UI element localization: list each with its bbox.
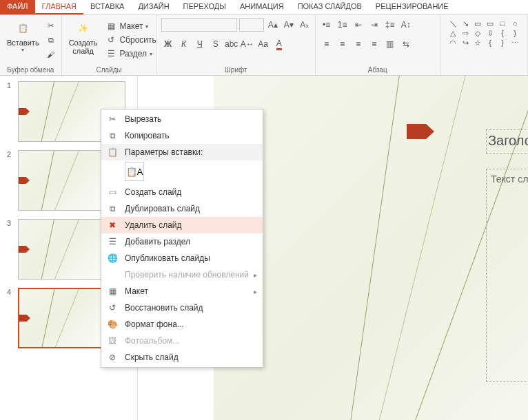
section-button[interactable]: ☰Раздел▾: [103, 47, 159, 61]
indent-dec-button[interactable]: ⇤: [352, 18, 365, 32]
shape-rect2-icon[interactable]: ▭: [485, 19, 496, 28]
spacing-button[interactable]: A↔: [241, 37, 254, 51]
align-right-button[interactable]: ≡: [352, 37, 365, 51]
indent-inc-button[interactable]: ⇥: [367, 18, 381, 32]
shape-rect-icon[interactable]: ▭: [472, 19, 483, 28]
thumb-num-1: 1: [7, 81, 14, 142]
cm-format-bg[interactable]: 🎨Формат фона...: [101, 316, 263, 333]
group-drawing-label: [445, 65, 523, 75]
shapes-gallery[interactable]: ＼ ↘ ▭ ▭ □ ○ △ ⇨ ◇ ⇩ { } ◠ ↪ ☆ { } ⋯: [445, 17, 523, 50]
new-slide-button[interactable]: ✨ Создать слайд: [66, 17, 101, 56]
shadow-button[interactable]: abc: [225, 37, 238, 51]
clipboard-icon: 📋: [12, 18, 33, 39]
numbering-button[interactable]: 1≡: [336, 18, 349, 32]
shape-more3-icon[interactable]: ⋯: [509, 39, 520, 47]
layout-button[interactable]: ▦Макет▾: [103, 19, 159, 33]
shape-arrow2-icon[interactable]: ⇨: [460, 29, 471, 37]
line-spacing-button[interactable]: ‡≡: [383, 18, 397, 32]
body-placeholder[interactable]: Текст слайда: [486, 169, 528, 382]
cm-hide-slide[interactable]: ⊘Скрыть слайд: [101, 349, 263, 366]
format-icon: 🎨: [105, 318, 119, 330]
shape-diamond-icon[interactable]: ◇: [472, 29, 483, 37]
tab-home[interactable]: ГЛАВНАЯ: [35, 0, 83, 14]
workspace: 1 2 3 4 Заголовок слайда Текст слайда: [0, 76, 528, 420]
tab-insert[interactable]: ВСТАВКА: [83, 0, 131, 14]
copy-icon: ⧉: [105, 129, 119, 142]
increase-font-button[interactable]: A▴: [266, 18, 280, 32]
title-placeholder[interactable]: Заголовок слайда: [486, 129, 528, 154]
case-button[interactable]: Aa: [256, 37, 270, 51]
paste-keep-text-button[interactable]: 📋A: [125, 162, 144, 181]
tab-bar: ФАЙЛ ГЛАВНАЯ ВСТАВКА ДИЗАЙН ПЕРЕХОДЫ АНИ…: [0, 0, 528, 15]
shape-curve-icon[interactable]: ◠: [447, 39, 458, 47]
font-family-select[interactable]: [161, 18, 237, 32]
cm-paste-options-header: 📋Параметры вставки:: [101, 144, 263, 160]
decrease-font-button[interactable]: A▾: [282, 18, 296, 32]
italic-button[interactable]: К: [177, 37, 191, 51]
paste-button[interactable]: 📋 Вставить ▾: [4, 17, 42, 54]
reset-button[interactable]: ↺Сбросить: [103, 33, 159, 47]
align-center-button[interactable]: ≡: [336, 37, 349, 51]
shape-circle-icon[interactable]: ○: [509, 19, 520, 28]
shape-brace-icon[interactable]: {: [497, 29, 508, 37]
publish-icon: 🌐: [105, 252, 119, 264]
font-color-button[interactable]: A: [272, 37, 286, 51]
tab-review[interactable]: РЕЦЕНЗИРОВАНИЕ: [369, 0, 456, 14]
shape-connector-icon[interactable]: ↪: [460, 39, 471, 47]
section-icon: ☰: [105, 235, 119, 248]
cm-delete-slide[interactable]: ✖Удалить слайд: [101, 217, 263, 233]
cm-duplicate-slide[interactable]: ⧉Дублировать слайд: [101, 200, 263, 217]
thumb-num-2: 2: [7, 150, 14, 211]
chevron-down-icon: ▾: [145, 23, 148, 30]
align-left-button[interactable]: ≡: [320, 37, 334, 51]
cut-button[interactable]: ✂: [45, 19, 57, 32]
cm-layout[interactable]: ▦Макет▸: [101, 283, 263, 300]
refresh-icon: [105, 269, 119, 281]
format-painter-button[interactable]: 🖌: [45, 48, 57, 61]
columns-button[interactable]: ▥: [383, 37, 397, 51]
bold-button[interactable]: Ж: [161, 37, 175, 51]
justify-button[interactable]: ≡: [367, 37, 381, 51]
tab-transitions[interactable]: ПЕРЕХОДЫ: [176, 0, 233, 14]
shape-line-icon[interactable]: ＼: [447, 19, 458, 28]
cm-paste-options: 📋A: [101, 160, 263, 184]
tab-animation[interactable]: АНИМАЦИЯ: [233, 0, 291, 14]
shape-arrow-icon[interactable]: ↘: [460, 19, 471, 28]
section-icon: ☰: [105, 48, 116, 59]
group-clipboard-label: Буфер обмена: [4, 65, 57, 75]
shape-square-icon[interactable]: □: [497, 19, 508, 28]
context-menu: ✂Вырезать ⧉Копировать 📋Параметры вставки…: [101, 109, 263, 368]
font-size-select[interactable]: [239, 18, 264, 32]
cm-photo-album: 🖼Фотоальбом...: [101, 333, 263, 349]
shape-arrow3-icon[interactable]: ⇩: [485, 29, 496, 37]
shape-more2-icon[interactable]: }: [497, 39, 508, 47]
strike-button[interactable]: S: [209, 37, 223, 51]
shape-more-icon[interactable]: {: [485, 39, 496, 47]
cm-add-section[interactable]: ☰Добавить раздел: [101, 233, 263, 250]
text-direction-button[interactable]: A↕: [399, 18, 413, 32]
chevron-down-icon: ▾: [21, 47, 24, 53]
reset-icon: ↺: [105, 302, 119, 314]
cm-publish-slides[interactable]: 🌐Опубликовать слайды: [101, 250, 263, 266]
tab-design[interactable]: ДИЗАЙН: [131, 0, 176, 14]
bullets-button[interactable]: •≡: [320, 18, 334, 32]
thumb-num-4: 4: [7, 288, 14, 348]
copy-button[interactable]: ⧉: [45, 34, 57, 46]
smartart-button[interactable]: ⇆: [399, 37, 413, 51]
layout-icon: ▦: [105, 285, 119, 297]
tab-file[interactable]: ФАЙЛ: [0, 0, 35, 14]
underline-button[interactable]: Ч: [193, 37, 207, 51]
cm-reset-slide[interactable]: ↺Восстановить слайд: [101, 300, 263, 316]
clipboard-icon: 📋: [105, 146, 119, 158]
paste-label: Вставить: [7, 39, 39, 47]
tab-slideshow[interactable]: ПОКАЗ СЛАЙДОВ: [291, 0, 369, 14]
shape-triangle-icon[interactable]: △: [447, 29, 458, 37]
cm-copy[interactable]: ⧉Копировать: [101, 127, 263, 144]
shape-brace2-icon[interactable]: }: [509, 29, 520, 37]
clear-format-button[interactable]: Aₓ: [298, 18, 312, 32]
cm-cut[interactable]: ✂Вырезать: [101, 111, 263, 127]
cm-new-slide[interactable]: ▭Создать слайд: [101, 184, 263, 200]
thumb-num-3: 3: [7, 219, 14, 280]
new-slide-icon: ✨: [73, 18, 94, 39]
shape-star-icon[interactable]: ☆: [472, 39, 483, 47]
